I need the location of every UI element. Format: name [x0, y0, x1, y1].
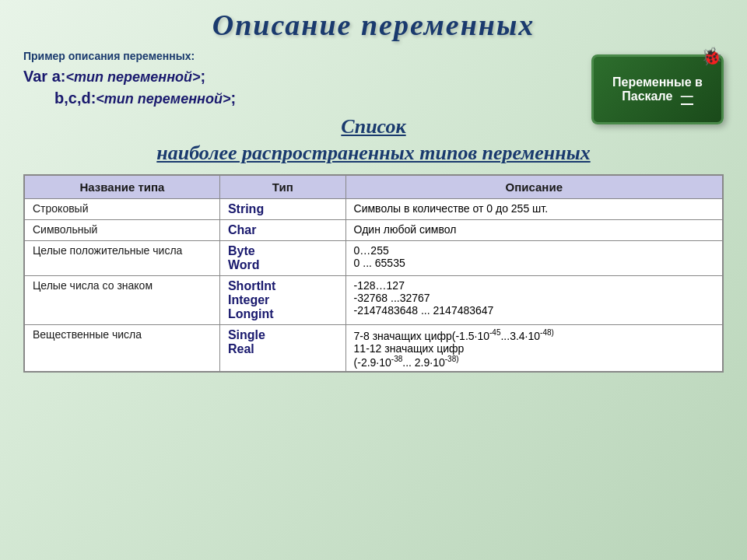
- table-row: Вещественные числа Single Real 7-8 знача…: [24, 324, 723, 372]
- col-header-desc: Описание: [345, 175, 723, 199]
- table-row: Строковый String Символы в количестве от…: [24, 198, 723, 219]
- table-header-row: Название типа Тип Описание: [24, 175, 723, 199]
- cell-desc-real: 7-8 значащих цифр(-1.5·10-45...3.4·10-48…: [345, 324, 723, 372]
- cell-type-positive: Byte Word: [219, 240, 345, 275]
- cell-desc-positive: 0…255 0 ... 65535: [345, 240, 723, 275]
- cell-type-signed: ShortInt Integer Longint: [219, 275, 345, 324]
- table-row: Целые числа со знаком ShortInt Integer L…: [24, 275, 723, 324]
- cell-type-real: Single Real: [219, 324, 345, 372]
- page-title: Описание переменных: [23, 8, 724, 42]
- green-box-underline: —: [681, 89, 693, 105]
- col-header-name: Название типа: [24, 175, 219, 199]
- col-header-type: Тип: [219, 175, 345, 199]
- cell-name-positive: Целые положительные числа: [24, 240, 219, 275]
- cell-name-real: Вещественные числа: [24, 324, 219, 372]
- cell-desc-signed: -128…127 -32768 ...32767 -2147483648 ...…: [345, 275, 723, 324]
- cell-desc-char: Один любой символ: [345, 219, 723, 240]
- cell-name-char: Символьный: [24, 219, 219, 240]
- table-row: Символьный Char Один любой символ: [24, 219, 723, 240]
- data-table: Название типа Тип Описание Строковый Str…: [23, 174, 724, 373]
- cell-name-signed: Целые числа со знаком: [24, 275, 219, 324]
- list-title-line2: наиболее распространенных типов переменн…: [23, 140, 724, 166]
- cell-desc-string: Символы в количестве от 0 до 255 шт.: [345, 198, 723, 219]
- cell-type-char: Char: [219, 219, 345, 240]
- ladybug-icon: 🐞: [701, 47, 722, 67]
- cell-type-string: String: [219, 198, 345, 219]
- cell-name-string: Строковый: [24, 198, 219, 219]
- green-box-line2: Паскале —: [622, 89, 693, 103]
- green-box-line1: Переменные в: [612, 75, 703, 89]
- page-wrapper: Описание переменных Переменные в Паскале…: [0, 0, 747, 560]
- table-row: Целые положительные числа Byte Word 0…25…: [24, 240, 723, 275]
